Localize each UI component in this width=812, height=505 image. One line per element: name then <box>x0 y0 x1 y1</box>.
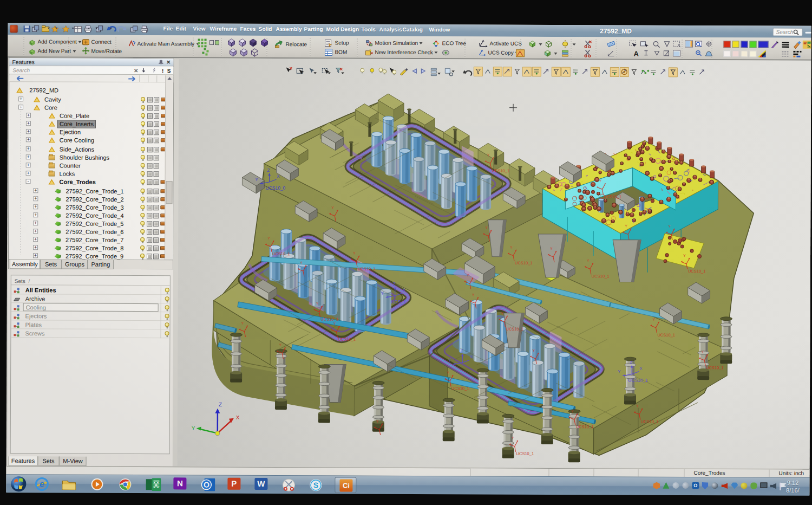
svg-text:Y: Y <box>300 261 303 264</box>
svg-text:Y: Y <box>353 251 356 255</box>
svg-text:Y: Y <box>587 258 590 262</box>
svg-text:Z: Z <box>219 402 222 407</box>
svg-text:Y: Y <box>599 179 602 183</box>
svg-text:Y: Y <box>701 350 704 354</box>
svg-text:UCS10_1: UCS10_1 <box>492 169 510 173</box>
svg-text:X: X <box>277 174 280 179</box>
svg-text:O: O <box>204 481 209 489</box>
svg-text:Y: Y <box>683 254 686 257</box>
svg-text:UCS10_1: UCS10_1 <box>515 261 533 266</box>
svg-text:Y: Y <box>472 293 475 296</box>
svg-text:UCS10_1: UCS10_1 <box>604 194 621 199</box>
svg-text:UCS10_0: UCS10_0 <box>265 185 285 191</box>
svg-text:Y: Y <box>625 224 627 228</box>
svg-text:Z: Z <box>460 348 463 353</box>
svg-text:UCS10_1: UCS10_1 <box>506 327 523 332</box>
svg-text:Y: Y <box>381 291 384 296</box>
svg-text:Y: Y <box>501 312 504 315</box>
svg-text:Y: Y <box>256 177 259 182</box>
svg-text:Y: Y <box>331 205 334 209</box>
svg-text:Y: Y <box>447 371 449 374</box>
svg-text:Y: Y <box>550 247 553 250</box>
svg-text:Y: Y <box>636 404 639 408</box>
svg-text:Z: Z <box>393 282 396 287</box>
svg-text:Y: Y <box>668 224 671 228</box>
svg-text:Y: Y <box>653 318 656 321</box>
svg-text:X: X <box>403 288 406 293</box>
svg-text:UCS10_1: UCS10_1 <box>688 269 706 274</box>
svg-text:Y: Y <box>267 236 270 240</box>
svg-text:Y: Y <box>485 226 488 230</box>
svg-text:Y: Y <box>571 409 574 413</box>
svg-text:UCS10_1: UCS10_1 <box>592 274 610 279</box>
svg-text:UCS10_1: UCS10_1 <box>451 386 469 391</box>
svg-text:Y: Y <box>618 369 621 374</box>
svg-text:Z: Z <box>267 168 270 173</box>
svg-text:UCS10_1: UCS10_1 <box>628 378 648 383</box>
svg-text:Z: Z <box>630 360 632 365</box>
svg-text:Y: Y <box>510 245 513 249</box>
svg-text:UCS10_1: UCS10_1 <box>272 251 290 256</box>
svg-text:Y: Y <box>241 321 244 325</box>
svg-text:X: X <box>470 354 473 359</box>
svg-text:UCS10_1: UCS10_1 <box>321 316 339 321</box>
svg-text:S: S <box>313 481 318 489</box>
svg-text:Y: Y <box>376 419 379 423</box>
svg-text:Y: Y <box>487 153 490 157</box>
svg-text:Y: Y <box>448 358 451 362</box>
svg-text:Y: Y <box>532 348 535 352</box>
svg-text:UCS10_1: UCS10_1 <box>576 424 594 429</box>
svg-text:UCS10_1: UCS10_1 <box>358 267 376 271</box>
svg-text:UCS10_1: UCS10_1 <box>516 451 534 456</box>
svg-text:Y: Y <box>316 301 319 305</box>
svg-text:Y: Y <box>467 273 469 277</box>
svg-text:UCS10_1: UCS10_1 <box>706 365 724 370</box>
svg-text:Y: Y <box>333 321 336 325</box>
svg-text:UCS10_1: UCS10_1 <box>338 336 356 341</box>
svg-text:UCS10_1: UCS10_1 <box>657 333 675 338</box>
svg-text:e: e <box>40 479 44 488</box>
svg-text:Y: Y <box>192 425 195 431</box>
svg-text:Y: Y <box>279 343 281 347</box>
svg-text:X: X <box>236 415 240 420</box>
svg-text:Y: Y <box>512 436 514 440</box>
svg-text:UCS10_1: UCS10_1 <box>641 419 659 424</box>
svg-text:UCS_1: UCS_1 <box>391 299 407 305</box>
svg-text:X: X <box>639 366 643 371</box>
